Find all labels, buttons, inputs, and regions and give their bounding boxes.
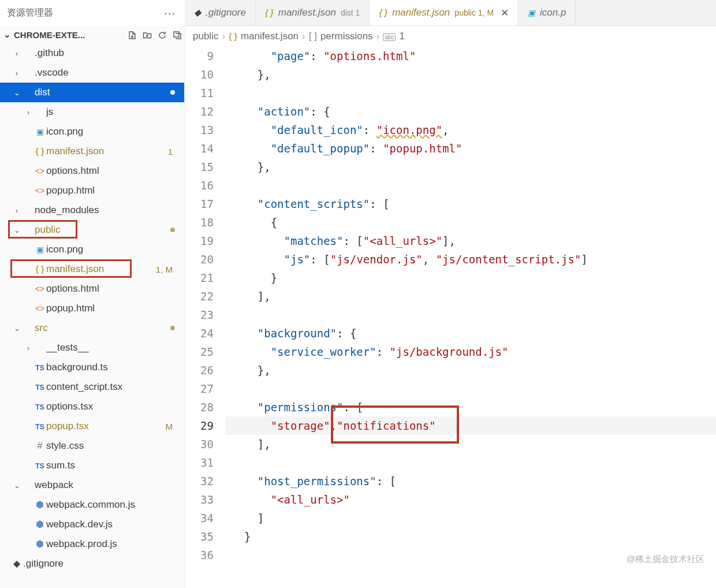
project-header[interactable]: ⌄ CHROME-EXTE...	[0, 26, 184, 43]
file-options.html[interactable]: <>options.html	[0, 161, 184, 181]
file-icon.png[interactable]: ▣icon.png	[0, 122, 184, 142]
tab-label: manifest.json	[392, 7, 450, 18]
code-line-16[interactable]	[225, 176, 716, 195]
tab-2[interactable]: { }manifest.jsonpublic 1, M✕	[370, 0, 519, 25]
hash-icon: #	[33, 440, 46, 452]
collapse-all-icon[interactable]	[173, 29, 182, 40]
file-popup.html[interactable]: <>popup.html	[0, 299, 184, 318]
tree-label: background.ts	[46, 362, 184, 373]
file-background.ts[interactable]: TSbackground.ts	[0, 358, 184, 377]
breadcrumb[interactable]: public›{ }manifest.json›[ ]permissions›a…	[185, 26, 716, 47]
ts-icon: TS	[33, 362, 46, 373]
tab-1[interactable]: { }manifest.jsondist 1	[256, 0, 370, 25]
code-line-18[interactable]: {	[225, 213, 716, 232]
file-popup.html[interactable]: <>popup.html	[0, 181, 184, 200]
file-manifest.json[interactable]: { }manifest.json1, M	[0, 259, 184, 279]
new-file-icon[interactable]	[128, 29, 137, 40]
code-line-28[interactable]: "permissions": [	[225, 398, 716, 416]
img-icon: ▣	[528, 7, 535, 18]
code-line-25[interactable]: "service_worker": "js/background.js"	[225, 343, 716, 361]
code-line-23[interactable]	[225, 306, 716, 324]
chevron-right-icon: ›	[23, 344, 33, 352]
code-line-11[interactable]	[225, 84, 716, 102]
folder-node_modules[interactable]: ›node_modules	[0, 200, 184, 220]
tree-label: webpack.prod.js	[46, 538, 184, 550]
folder-dist[interactable]: ⌄dist	[0, 83, 184, 102]
tree-label: content_script.tsx	[46, 381, 184, 393]
line-number: 18	[185, 213, 214, 232]
file-sum.ts[interactable]: TSsum.ts	[0, 456, 184, 475]
code-line-30[interactable]: ],	[225, 435, 716, 453]
explorer-more-icon[interactable]: ···	[162, 6, 178, 20]
code-line-19[interactable]: "matches": ["<all_urls>"],	[225, 232, 716, 250]
chevron-right-icon: ›	[12, 69, 22, 77]
line-number: 34	[185, 509, 214, 527]
code-line-12[interactable]: "action": {	[225, 102, 716, 121]
file-style.css[interactable]: #style.css	[0, 436, 184, 456]
tree-label: node_modules	[35, 204, 184, 216]
code-line-31[interactable]	[225, 453, 716, 472]
code-line-14[interactable]: "default_popup": "popup.html"	[225, 139, 716, 158]
code-line-29[interactable]: "storage","notifications"	[225, 416, 716, 435]
folder-.vscode[interactable]: ›.vscode	[0, 63, 184, 83]
code-line-27[interactable]	[225, 379, 716, 398]
code-line-22[interactable]: ],	[225, 287, 716, 306]
line-number: 14	[185, 139, 214, 158]
code-line-15[interactable]: },	[225, 158, 716, 176]
code-line-34[interactable]: ]	[225, 509, 716, 527]
tab-3[interactable]: ▣icon.p	[519, 0, 576, 25]
line-number: 33	[185, 490, 214, 509]
breadcrumb-part[interactable]: permissions	[320, 31, 373, 42]
line-number: 10	[185, 65, 214, 84]
tree-label: style.css	[46, 440, 184, 452]
file-content_script.tsx[interactable]: TScontent_script.tsx	[0, 377, 184, 397]
file-manifest.json[interactable]: { }manifest.json1	[0, 142, 184, 161]
code-content[interactable]: "page": "options.html" }, "action": { "d…	[225, 47, 716, 588]
breadcrumb-part[interactable]: manifest.json	[241, 31, 299, 42]
file-webpack.prod.js[interactable]: ⬢webpack.prod.js	[0, 534, 184, 554]
code-line-10[interactable]: },	[225, 65, 716, 84]
cube-icon: ⬢	[33, 499, 46, 511]
new-folder-icon[interactable]	[143, 29, 152, 40]
file-.gitignore[interactable]: ◆.gitignore	[0, 554, 184, 574]
file-webpack.common.js[interactable]: ⬢webpack.common.js	[0, 495, 184, 515]
folder-js[interactable]: ›js	[0, 102, 184, 122]
folder-src[interactable]: ⌄src	[0, 318, 184, 338]
refresh-icon[interactable]	[158, 29, 167, 40]
file-options.html[interactable]: <>options.html	[0, 279, 184, 299]
git-icon: ◆	[194, 7, 201, 18]
folder-webpack[interactable]: ⌄webpack	[0, 475, 184, 495]
file-webpack.dev.js[interactable]: ⬢webpack.dev.js	[0, 515, 184, 534]
code-line-32[interactable]: "host_permissions": [	[225, 472, 716, 490]
close-icon[interactable]: ✕	[498, 7, 509, 19]
folder-.github[interactable]: ›.github	[0, 43, 184, 63]
tree-label: .gitignore	[23, 558, 184, 570]
code-line-13[interactable]: "default_icon": "icon.png",	[225, 121, 716, 139]
ts-icon: TS	[33, 420, 46, 432]
breadcrumb-part[interactable]: public	[193, 31, 218, 42]
breadcrumb-part[interactable]: 1	[399, 31, 404, 42]
code-line-24[interactable]: "background": {	[225, 324, 716, 343]
file-options.tsx[interactable]: TSoptions.tsx	[0, 397, 184, 416]
ts-icon: TS	[33, 381, 46, 393]
tree-label: public	[35, 224, 170, 236]
folder-public[interactable]: ⌄public	[0, 220, 184, 240]
tab-0[interactable]: ◆.gitignore	[185, 0, 256, 25]
file-popup.tsx[interactable]: TSpopup.tsxM	[0, 416, 184, 436]
chevron-down-icon: ⌄	[12, 324, 22, 333]
code-line-20[interactable]: "js": ["js/vendor.js", "js/content_scrip…	[225, 250, 716, 269]
code-line-17[interactable]: "content_scripts": [	[225, 195, 716, 213]
code-line-35[interactable]: }	[225, 527, 716, 546]
chevron-right-icon: ›	[376, 31, 380, 42]
folder-__tests__[interactable]: ›__tests__	[0, 338, 184, 358]
modified-dot-icon	[170, 326, 175, 330]
img-icon: ▣	[33, 244, 46, 255]
file-icon.png[interactable]: ▣icon.png	[0, 240, 184, 259]
code-line-33[interactable]: "<all_urls>"	[225, 490, 716, 509]
code-line-9[interactable]: "page": "options.html"	[225, 47, 716, 65]
tree-label: __tests__	[46, 342, 184, 353]
code-line-26[interactable]: },	[225, 361, 716, 379]
code-line-21[interactable]: }	[225, 269, 716, 287]
tree-label: options.tsx	[46, 401, 184, 412]
line-number: 20	[185, 250, 214, 269]
